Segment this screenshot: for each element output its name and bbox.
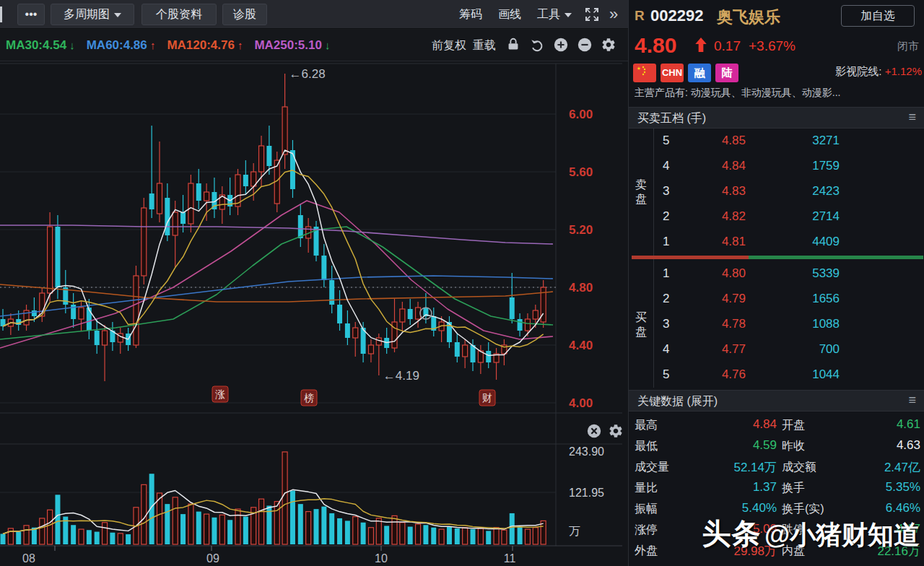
candle[interactable] [180, 212, 186, 224]
volume-bar[interactable] [290, 491, 295, 544]
volume-bar[interactable] [219, 515, 225, 544]
buy-row[interactable]: 34.781088 [654, 312, 924, 337]
candle[interactable] [329, 280, 334, 305]
gear-icon[interactable] [601, 37, 618, 54]
keydata-header[interactable]: 关键数据 (展开) ≡ [629, 390, 924, 412]
fuquan-button[interactable]: 前复权 [432, 30, 466, 61]
volume-bar[interactable] [431, 528, 436, 544]
orderbook-menu-icon[interactable]: ≡ [908, 110, 916, 125]
volume-bar[interactable] [141, 484, 147, 544]
candle[interactable] [298, 215, 303, 238]
volume-bar[interactable] [79, 529, 84, 544]
panel-edge-handle[interactable] [0, 6, 2, 22]
volume-bar[interactable] [416, 524, 421, 544]
candle[interactable] [345, 323, 350, 338]
keydata-menu-icon[interactable]: ≡ [908, 393, 916, 408]
volume-bar[interactable] [439, 529, 444, 544]
volume-bar[interactable] [282, 452, 287, 544]
candle[interactable] [533, 310, 538, 319]
candle[interactable] [408, 309, 413, 319]
candle[interactable] [16, 319, 21, 325]
volume-bar[interactable] [345, 521, 350, 544]
volume-bar[interactable] [48, 510, 53, 544]
volume-bar[interactable] [384, 526, 389, 544]
sell-row[interactable]: 34.832423 [654, 179, 924, 204]
buy-row[interactable]: 24.791656 [654, 287, 924, 312]
volume-bar[interactable] [235, 509, 240, 544]
volume-bar[interactable] [306, 512, 311, 544]
volume-bar[interactable] [259, 499, 264, 544]
price-chart-pane[interactable]: 6.005.605.204.804.404.00243.90121.95万←6.… [0, 61, 628, 566]
volume-bar[interactable] [478, 528, 483, 544]
sell-row[interactable]: 14.814409 [654, 230, 924, 255]
volume-bar[interactable] [392, 515, 397, 544]
candlestick-chart[interactable]: 6.005.605.204.804.404.00243.90121.95万←6.… [0, 61, 628, 566]
candle[interactable] [463, 345, 468, 357]
volume-bar[interactable] [471, 529, 476, 544]
volume-bar[interactable] [337, 518, 342, 544]
candle[interactable] [173, 212, 178, 235]
volume-bar[interactable] [32, 528, 37, 544]
volume-bar[interactable] [55, 495, 60, 544]
volume-bar[interactable] [376, 518, 381, 544]
candle[interactable] [134, 276, 139, 345]
candle[interactable] [353, 328, 358, 338]
volume-bar[interactable] [400, 523, 405, 544]
volume-bar[interactable] [118, 534, 123, 544]
lock-icon[interactable] [505, 37, 523, 54]
candle[interactable] [157, 183, 162, 214]
stock-info-button[interactable]: 个股资料 [141, 4, 217, 25]
candle[interactable] [103, 331, 108, 345]
volume-bar[interactable] [525, 529, 530, 544]
volume-bar[interactable] [298, 504, 303, 544]
volume-bar[interactable] [533, 528, 538, 544]
candle[interactable] [321, 256, 326, 280]
buy-row[interactable]: 14.805339 [654, 261, 924, 287]
volume-bar[interactable] [16, 532, 21, 544]
volume-bar[interactable] [188, 504, 193, 544]
volume-bar[interactable] [329, 513, 334, 544]
volume-bar[interactable] [494, 528, 499, 544]
volume-bar[interactable] [180, 514, 186, 544]
candle[interactable] [48, 227, 53, 293]
candle[interactable] [79, 308, 84, 319]
chips-button[interactable]: 筹码 [459, 0, 482, 29]
volume-bar[interactable] [321, 507, 326, 544]
volume-bar[interactable] [40, 518, 45, 544]
volume-bar[interactable] [274, 502, 279, 544]
candle[interactable] [32, 310, 37, 316]
volume-bar[interactable] [1, 534, 6, 544]
volume-bar[interactable] [455, 528, 460, 544]
volume-bar[interactable] [368, 528, 373, 544]
reload-button[interactable]: 重载 [473, 30, 496, 61]
volume-bar[interactable] [486, 531, 491, 544]
candle[interactable] [337, 305, 342, 323]
candle[interactable] [510, 297, 515, 319]
drawline-button[interactable]: 画线 [498, 0, 521, 29]
volume-bar[interactable] [227, 520, 232, 544]
volume-bar[interactable] [518, 527, 523, 544]
candle[interactable] [188, 183, 193, 224]
volume-bar[interactable] [110, 533, 115, 544]
sell-row[interactable]: 44.841759 [654, 154, 924, 179]
candle[interactable] [368, 345, 373, 354]
volume-bar[interactable] [502, 530, 507, 544]
volume-bar[interactable] [165, 504, 170, 544]
candle[interactable] [525, 319, 530, 331]
more-menu-button[interactable]: ••• [17, 4, 45, 25]
volume-bar[interactable] [204, 514, 209, 544]
volume-bar[interactable] [408, 527, 413, 544]
volume-bar[interactable] [103, 523, 108, 544]
candle[interactable] [87, 308, 92, 331]
volume-bar[interactable] [196, 512, 201, 544]
volume-bar[interactable] [510, 513, 515, 544]
candle[interactable] [243, 175, 248, 186]
zoom-in-icon[interactable] [553, 37, 570, 54]
candle[interactable] [486, 351, 491, 362]
volume-bar[interactable] [212, 518, 217, 544]
volume-bar[interactable] [423, 525, 428, 544]
candle[interactable] [204, 192, 209, 201]
tools-button[interactable]: 工具 [537, 0, 572, 29]
candle[interactable] [55, 227, 60, 287]
candle[interactable] [290, 150, 295, 189]
